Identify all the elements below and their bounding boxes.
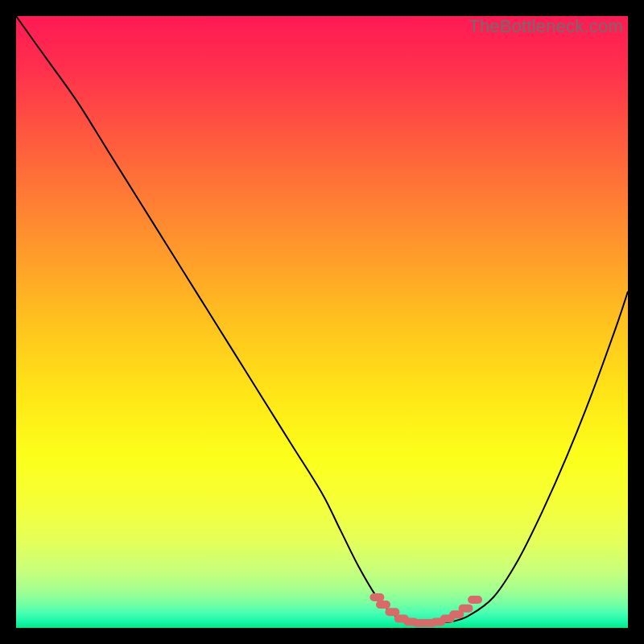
- optimal-marker: [468, 596, 482, 604]
- optimal-marker: [369, 593, 384, 601]
- optimal-marker: [376, 601, 390, 609]
- chart-frame: TheBottleneck.com: [16, 16, 628, 628]
- optimal-marker: [385, 608, 399, 616]
- gradient-background: [16, 16, 628, 628]
- watermark-text: TheBottleneck.com: [469, 16, 623, 37]
- optimal-marker: [459, 605, 473, 613]
- bottleneck-chart: [16, 16, 628, 628]
